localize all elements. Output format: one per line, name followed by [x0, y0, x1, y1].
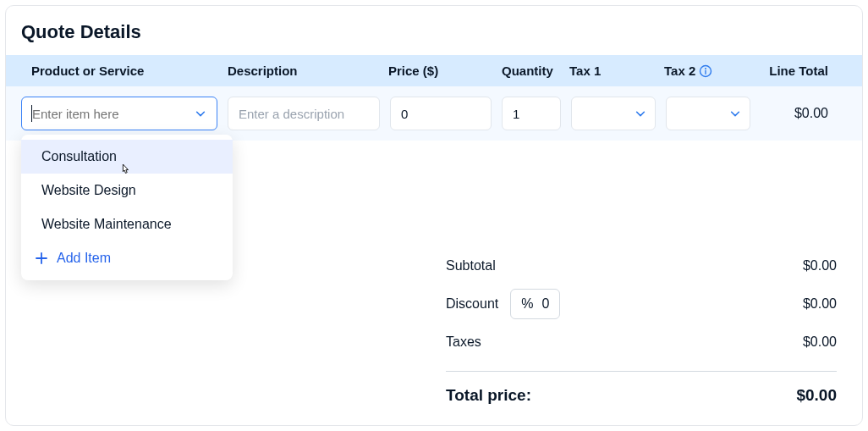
- product-combobox[interactable]: [21, 97, 217, 130]
- svg-point-1: [705, 68, 706, 69]
- text-caret: [31, 105, 32, 122]
- add-item-label: Add Item: [57, 251, 111, 266]
- card-title: Quote Details: [6, 21, 862, 55]
- table-header: Product or Service Description Price ($)…: [6, 55, 862, 86]
- dropdown-item-website-maintenance[interactable]: Website Maintenance: [21, 207, 233, 241]
- discount-label: Discount: [446, 296, 498, 312]
- header-description: Description: [228, 64, 388, 78]
- taxes-label: Taxes: [446, 334, 481, 350]
- plus-icon: [35, 251, 48, 265]
- line-total-value: $0.00: [750, 106, 847, 121]
- totals-divider: [446, 371, 837, 372]
- tax2-select[interactable]: [666, 97, 750, 130]
- subtotal-value: $0.00: [803, 258, 837, 274]
- dropdown-item-consultation[interactable]: Consultation: [21, 140, 233, 174]
- quote-details-card: Quote Details Product or Service Descrip…: [5, 5, 863, 426]
- description-input[interactable]: [228, 97, 380, 130]
- header-product: Product or Service: [21, 64, 228, 78]
- totals-panel: Subtotal $0.00 Discount % 0 $0.00 Taxes …: [446, 251, 862, 412]
- taxes-value: $0.00: [803, 334, 837, 350]
- dropdown-item-label: Consultation: [41, 149, 117, 163]
- header-price: Price ($): [388, 64, 502, 78]
- info-icon[interactable]: [699, 64, 712, 78]
- total-price-row: Total price: $0.00: [446, 379, 837, 412]
- discount-input-group[interactable]: % 0: [510, 289, 560, 319]
- header-tax1: Tax 1: [569, 64, 664, 78]
- quantity-input[interactable]: [502, 97, 561, 130]
- header-line-total: Line Total: [766, 64, 847, 78]
- discount-total: $0.00: [803, 296, 837, 312]
- discount-row: Discount % 0 $0.00: [446, 281, 837, 327]
- dropdown-item-website-design[interactable]: Website Design: [21, 174, 233, 207]
- tax1-select[interactable]: [571, 97, 656, 130]
- header-quantity: Quantity: [502, 64, 569, 78]
- subtotal-row: Subtotal $0.00: [446, 251, 837, 281]
- total-price-label: Total price:: [446, 386, 531, 405]
- chevron-down-icon: [729, 108, 741, 119]
- discount-input[interactable]: 0: [541, 296, 549, 312]
- discount-symbol: %: [521, 296, 533, 312]
- svg-rect-2: [706, 69, 706, 74]
- product-input[interactable]: [32, 98, 184, 129]
- pointer-cursor-icon: [119, 163, 133, 176]
- price-input[interactable]: [390, 97, 492, 130]
- total-price-value: $0.00: [796, 386, 837, 405]
- line-item-row: $0.00 Consultation Website Design Websit…: [6, 86, 862, 141]
- header-tax2: Tax 2: [664, 64, 766, 78]
- taxes-row: Taxes $0.00: [446, 327, 837, 357]
- add-item-button[interactable]: Add Item: [21, 241, 233, 275]
- subtotal-label: Subtotal: [446, 258, 496, 274]
- product-dropdown: Consultation Website Design Website Main…: [21, 135, 233, 280]
- header-tax2-label: Tax 2: [664, 64, 695, 78]
- chevron-down-icon: [635, 108, 646, 119]
- chevron-down-icon[interactable]: [195, 108, 206, 119]
